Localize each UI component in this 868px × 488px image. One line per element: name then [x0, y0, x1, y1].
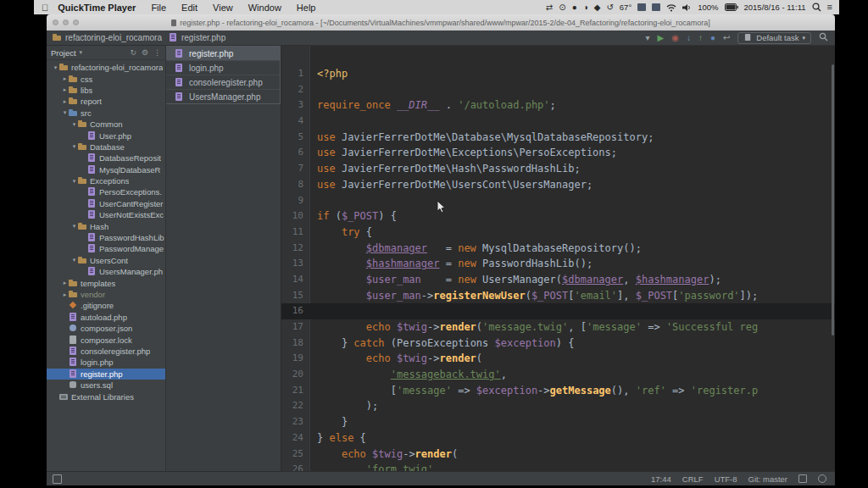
code-line-2[interactable]: 2: [281, 82, 835, 98]
tree-item-external-libraries[interactable]: External Libraries: [47, 391, 165, 402]
volume-icon[interactable]: [682, 3, 692, 12]
vcs-branch[interactable]: Git: master: [748, 474, 787, 484]
code-line-18[interactable]: 18 } catch (PersoExceptions $exception) …: [281, 336, 835, 352]
menu-window[interactable]: Window: [241, 3, 289, 13]
tree-item-usercantregister[interactable]: UserCantRegister: [47, 198, 165, 209]
chevron-open-icon[interactable]: ▾: [70, 257, 78, 263]
run-icon[interactable]: ▶: [657, 34, 664, 42]
chevron-closed-icon[interactable]: ▸: [61, 98, 69, 105]
code-line-20[interactable]: 20 'messageback.twig',: [281, 367, 835, 383]
debug-icon[interactable]: ◉: [671, 34, 679, 42]
file-encoding[interactable]: UTF-8: [715, 474, 737, 484]
vcs-update-icon[interactable]: ↓: [687, 34, 691, 42]
minimize-window-button[interactable]: [63, 19, 69, 25]
chevron-open-icon[interactable]: ▾: [52, 64, 59, 71]
chevron-closed-icon[interactable]: ▸: [61, 280, 69, 286]
code-line-8[interactable]: 8use JavierFerrerDotMe\UsersCont\UsersMa…: [281, 177, 835, 193]
zoom-window-button[interactable]: [73, 19, 79, 25]
breadcrumb-file[interactable]: register.php: [181, 33, 225, 42]
chevron-open-icon[interactable]: ▾: [70, 143, 78, 150]
code-editor[interactable]: 1<?php23require_once __DIR__ . '/autoloa…: [281, 46, 835, 471]
tree-item-user-php[interactable]: User.php: [47, 130, 165, 141]
editor-scrollbar[interactable]: [832, 64, 834, 336]
tree-item-css[interactable]: ▸css: [47, 73, 165, 84]
battery-percent-text[interactable]: 100%: [698, 3, 718, 12]
undo-icon[interactable]: ↩: [723, 34, 730, 42]
code-line-22[interactable]: 22 );: [281, 398, 835, 414]
menu-extra-icon[interactable]: ⇄: [546, 3, 553, 12]
tree-item-refactoring-eloi-rocamora[interactable]: ▾refactoring-eloi_rocamora: [47, 62, 165, 73]
cpu-meter-icon[interactable]: [652, 3, 660, 11]
cpu-meter-icon[interactable]: [637, 3, 646, 11]
chevron-open-icon[interactable]: ▾: [70, 178, 78, 185]
code-line-15[interactable]: 15 $user_man->registerNewUser($_POST['em…: [281, 288, 835, 304]
line-separator[interactable]: CRLF: [682, 474, 704, 484]
settings-gear-icon[interactable]: ⚙: [142, 48, 148, 57]
code-line-4[interactable]: 4: [281, 114, 835, 130]
tree-item-userscont[interactable]: ▾UsersCont: [47, 255, 165, 266]
tree-item-register-php[interactable]: register.php: [47, 369, 165, 380]
write-lock-icon[interactable]: [798, 474, 807, 483]
code-line-16[interactable]: 16: [281, 303, 835, 319]
menu-extra-icon[interactable]: ◑: [583, 3, 588, 12]
code-line-17[interactable]: 17 echo $twig->render('message.twig', ['…: [281, 319, 835, 336]
code-line-19[interactable]: 19 echo $twig->render(: [281, 351, 835, 367]
tree-item-login-php[interactable]: login.php: [47, 357, 165, 368]
code-line-13[interactable]: 13 $hashmanager = new PasswordHashLib();: [281, 256, 835, 272]
menu-extra-icon[interactable]: ●: [572, 3, 577, 12]
highlighting-level-icon[interactable]: [818, 474, 826, 483]
run-config-dropdown-icon[interactable]: ▾: [645, 34, 649, 42]
notification-center-icon[interactable]: ≡: [827, 3, 832, 12]
tab-register-php[interactable]: register.php: [166, 47, 280, 61]
tree-item-src[interactable]: ▾src: [47, 108, 165, 119]
menu-edit[interactable]: Edit: [174, 3, 205, 13]
code-line-10[interactable]: 10if ($_POST) {: [281, 208, 835, 225]
menu-view[interactable]: View: [205, 3, 241, 13]
caret-position[interactable]: 17:44: [651, 474, 671, 484]
project-panel-header[interactable]: Project ▾ ↻ ⚙ ⋮: [47, 46, 165, 60]
code-line-7[interactable]: 7use JavierFerrerDotMe\Hash\PasswordHash…: [281, 161, 835, 177]
code-line-6[interactable]: 6use JavierFerrerDotMe\Exceptions\PersoE…: [281, 145, 835, 161]
sync-icon[interactable]: ↻: [130, 48, 136, 57]
temperature-text[interactable]: 67°: [620, 3, 632, 12]
tree-item--gitignore[interactable]: .gitignore: [47, 300, 165, 311]
menu-extra-icon[interactable]: ◆: [594, 3, 601, 12]
code-line-21[interactable]: 21 ['message' => $exception->getMessage(…: [281, 383, 835, 399]
apple-menu-icon[interactable]: : [42, 3, 48, 13]
toolwindow-toggle-icon[interactable]: [53, 474, 62, 484]
search-everywhere-icon[interactable]: [819, 32, 828, 43]
menu-quicktime-player[interactable]: QuickTime Player: [55, 3, 143, 13]
code-line-5[interactable]: 5use JavierFerrerDotMe\Database\MysqlDat…: [281, 130, 835, 146]
tree-item-passwordmanage[interactable]: PasswordManage: [47, 243, 165, 254]
menubar-datetime[interactable]: 2015/8/16 - 11:11: [744, 3, 806, 12]
window-titlebar[interactable]: register.php - refactoring-eloi_rocamora…: [47, 14, 835, 30]
tree-item-passwordhashlib[interactable]: PasswordHashLib: [47, 232, 165, 243]
code-line-3[interactable]: 3require_once __DIR__ . '/autoload.php';: [281, 97, 835, 114]
tree-item-vendor[interactable]: ▸vendor: [47, 289, 165, 300]
code-line-14[interactable]: 14 $user_man = new UsersManager($dbmanag…: [281, 272, 835, 288]
tree-item-hash[interactable]: ▾Hash: [47, 220, 165, 231]
task-selector[interactable]: Default task ▾: [737, 32, 811, 44]
tree-item-persoexceptions-[interactable]: PersoExceptions.: [47, 186, 165, 197]
chevron-closed-icon[interactable]: ▸: [61, 86, 69, 93]
tree-item-common[interactable]: ▾Common: [47, 119, 165, 130]
menu-help[interactable]: Help: [289, 3, 324, 13]
tree-item-users-sql[interactable]: users.sql: [47, 380, 165, 391]
code-line-24[interactable]: 24} else {: [281, 430, 835, 446]
tree-item-mysqldatabaser[interactable]: MysqlDatabaseR: [47, 164, 165, 175]
chevron-closed-icon[interactable]: ▸: [61, 75, 69, 82]
wifi-icon[interactable]: [666, 3, 676, 12]
tree-item-autoload-php[interactable]: autoload.php: [47, 312, 165, 323]
close-window-button[interactable]: [53, 19, 58, 25]
chevron-open-icon[interactable]: ▾: [70, 223, 78, 230]
tab-consoleregister-php[interactable]: consoleregister.php: [166, 75, 280, 90]
tree-item-composer-json[interactable]: composer.json: [47, 323, 165, 334]
spotlight-icon[interactable]: [812, 3, 821, 12]
tree-item-report[interactable]: ▸report: [47, 96, 165, 107]
tree-item-databasereposit[interactable]: DatabaseReposit: [47, 152, 165, 164]
tree-item-libs[interactable]: ▸libs: [47, 85, 165, 96]
code-line-9[interactable]: 9: [281, 193, 835, 209]
code-line-12[interactable]: 12 $dbmanager = new MysqlDatabaseReposit…: [281, 241, 835, 257]
tree-item-templates[interactable]: ▸templates: [47, 277, 165, 288]
vcs-commit-icon[interactable]: ↑: [698, 34, 703, 42]
